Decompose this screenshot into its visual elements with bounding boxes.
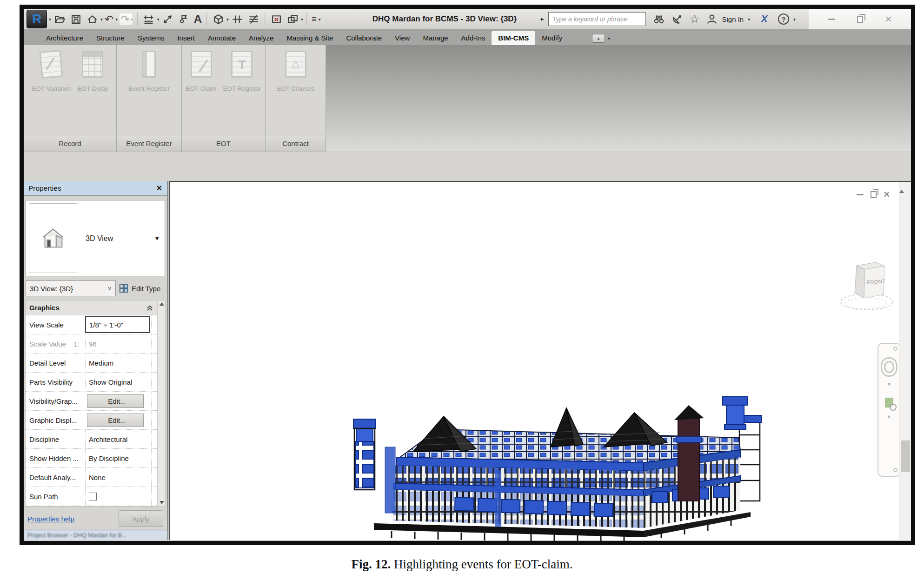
app-menu-caret-icon[interactable]: ▾ xyxy=(49,17,51,22)
ribbon-tab[interactable]: BIM-CMS xyxy=(492,31,535,45)
properties-help-link[interactable]: Properties help xyxy=(27,515,74,523)
collapse-chevrons-icon[interactable] xyxy=(146,305,153,311)
canvas-scrollbar[interactable] xyxy=(899,182,911,540)
sign-in-label[interactable]: Sign In xyxy=(722,15,744,23)
ribbon-tab[interactable]: Structure xyxy=(90,31,131,45)
property-value[interactable]: Edit... xyxy=(87,394,144,408)
property-row[interactable]: Sun Path xyxy=(26,487,157,506)
ribbon-tab[interactable]: Massing & Site xyxy=(280,31,339,45)
ribbon-minimize-caret-icon[interactable]: ▾ xyxy=(608,36,610,41)
synchronize-icon[interactable] xyxy=(86,13,99,26)
help-caret-icon[interactable]: ▾ xyxy=(793,17,796,22)
tag-icon[interactable] xyxy=(178,13,191,26)
ribbon-button[interactable]: EOT-Delay xyxy=(74,45,111,135)
section-icon[interactable] xyxy=(231,13,244,26)
ribbon-tab[interactable]: Annotate xyxy=(201,31,242,45)
aligned-dimension-icon[interactable] xyxy=(161,13,174,26)
property-value[interactable]: Show Original xyxy=(85,373,151,391)
help-icon[interactable]: ? xyxy=(778,13,789,25)
dropdown-caret-icon[interactable]: ▾ xyxy=(115,17,118,22)
minimize-icon[interactable] xyxy=(857,194,864,195)
sign-in-caret-icon[interactable]: ▾ xyxy=(748,17,750,22)
application-menu-button[interactable]: R xyxy=(27,10,47,28)
ribbon-tab[interactable]: Modify xyxy=(535,31,569,45)
property-value[interactable]: 1/8" = 1'-0" xyxy=(85,316,150,333)
type-selector[interactable]: 3D View ▼ xyxy=(26,200,165,276)
property-value[interactable]: Edit... xyxy=(87,414,144,427)
property-row[interactable]: View Scale 1/8" = 1'-0" xyxy=(26,315,157,334)
group-header-graphics[interactable]: Graphics xyxy=(26,300,157,315)
property-value[interactable]: Architectural xyxy=(85,430,151,448)
viewcube[interactable]: FRONT xyxy=(838,256,898,317)
measure-icon[interactable] xyxy=(142,13,155,26)
search-binoculars-icon[interactable] xyxy=(652,13,665,26)
navbar-pin-icon[interactable] xyxy=(893,468,897,472)
property-row[interactable]: Graphic Displ... Edit... xyxy=(26,411,157,430)
drawing-area[interactable]: × FRONT ▼ ▼ xyxy=(169,181,911,540)
dropdown-caret-icon[interactable]: ▾ xyxy=(131,17,133,22)
text-icon[interactable]: A xyxy=(194,13,202,25)
close-icon[interactable]: ✕ xyxy=(156,184,162,193)
wheel-caret-icon[interactable]: ▼ xyxy=(887,381,892,387)
close-icon[interactable]: × xyxy=(885,13,891,25)
ribbon-minimize-icon[interactable]: ▴ xyxy=(592,34,605,43)
property-row[interactable]: Default Analy... None xyxy=(26,468,157,487)
default-3d-view-icon[interactable] xyxy=(212,13,225,26)
project-browser-bar[interactable]: Project Browser - DHQ Mardan for B... xyxy=(24,530,167,540)
property-value[interactable] xyxy=(85,487,151,506)
ribbon-tab[interactable]: Systems xyxy=(131,31,171,45)
open-icon[interactable] xyxy=(53,13,66,26)
navigation-bar[interactable]: ▼ ▼ xyxy=(877,343,901,477)
thin-lines-icon[interactable] xyxy=(247,13,260,26)
dropdown-caret-icon[interactable]: ▾ xyxy=(301,17,303,22)
ribbon-button[interactable]: EOT Clauses xyxy=(273,45,317,135)
search-expander-icon[interactable]: ▸ xyxy=(541,15,544,22)
undo-icon[interactable]: ↶ xyxy=(105,14,113,25)
ribbon-button[interactable]: EOT-Register xyxy=(219,45,264,135)
exchange-apps-icon[interactable]: X xyxy=(761,13,768,25)
switch-windows-icon[interactable] xyxy=(286,13,299,26)
dropdown-caret-icon[interactable]: ▾ xyxy=(100,17,103,22)
restore-icon[interactable] xyxy=(857,16,863,23)
palette-scrollbar[interactable] xyxy=(158,300,166,507)
search-input[interactable] xyxy=(548,12,646,26)
ribbon-tab[interactable]: Analyze xyxy=(242,31,280,45)
close-icon[interactable]: × xyxy=(884,189,890,200)
sign-in-user-icon[interactable] xyxy=(705,13,718,26)
type-selector-caret-icon[interactable]: ▼ xyxy=(154,235,160,242)
ribbon-button[interactable]: EOT Claim xyxy=(183,45,220,135)
ribbon-tab[interactable]: View xyxy=(388,31,416,45)
edit-type-button[interactable]: Edit Type xyxy=(119,279,166,298)
favorites-icon[interactable]: ☆ xyxy=(690,13,700,25)
scroll-up-icon[interactable] xyxy=(160,302,164,306)
customize-quick-access-icon[interactable]: ≡ xyxy=(312,15,317,23)
save-icon[interactable] xyxy=(69,13,82,26)
property-row[interactable]: Parts Visibility Show Original xyxy=(26,373,157,392)
dropdown-caret-icon[interactable]: ▾ xyxy=(319,17,321,22)
apply-button[interactable]: Apply xyxy=(119,510,163,527)
scroll-down-icon[interactable] xyxy=(160,501,164,504)
property-value[interactable]: None xyxy=(85,468,151,487)
scrollbar-thumb[interactable] xyxy=(901,440,910,472)
property-value[interactable]: 96 xyxy=(85,334,151,353)
ribbon-button[interactable]: EOT-Variation xyxy=(29,45,74,135)
property-row[interactable]: Show Hidden ... By Discipline xyxy=(26,449,157,468)
restore-icon[interactable] xyxy=(871,191,877,198)
navbar-pin-icon[interactable] xyxy=(893,347,897,351)
property-row[interactable]: Visibility/Grap... Edit... xyxy=(26,392,157,411)
property-row[interactable]: Detail Level Medium xyxy=(26,354,157,373)
property-row[interactable]: Discipline Architectural xyxy=(26,430,157,449)
minimize-icon[interactable] xyxy=(828,19,835,20)
ribbon-tab[interactable]: Collaborate xyxy=(339,31,388,45)
ribbon-tab[interactable]: Add-Ins xyxy=(455,31,492,45)
ribbon-tab[interactable]: Architecture xyxy=(40,31,90,45)
dropdown-caret-icon[interactable]: ▾ xyxy=(226,17,229,22)
zoom-tool-icon[interactable] xyxy=(885,398,893,407)
zoom-caret-icon[interactable]: ▼ xyxy=(887,414,892,420)
redo-icon[interactable]: ↷ xyxy=(120,14,129,25)
close-hidden-windows-icon[interactable] xyxy=(270,13,283,26)
ribbon-tab[interactable]: Insert xyxy=(171,31,201,45)
property-row[interactable]: Scale Value 1: 96 xyxy=(26,334,157,354)
scroll-up-icon[interactable] xyxy=(899,182,904,193)
communication-center-icon[interactable] xyxy=(671,13,684,26)
